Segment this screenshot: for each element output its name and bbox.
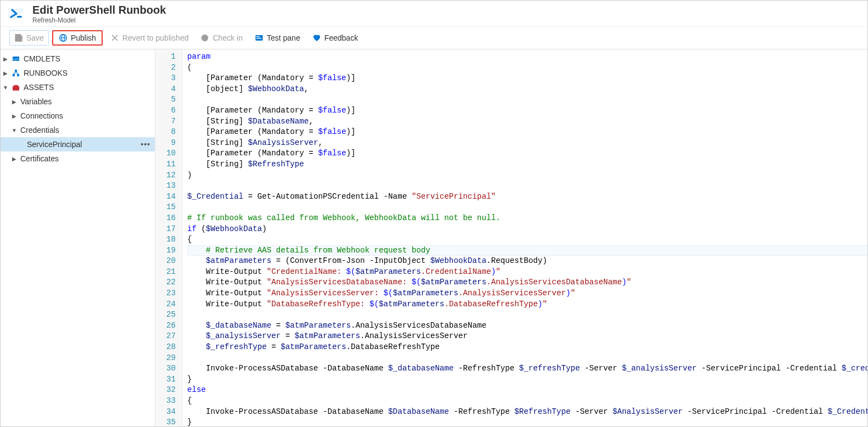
svg-rect-12: [256, 38, 261, 38]
code-line[interactable]: # Retrieve AAS details from Webhook requ…: [187, 245, 867, 256]
tree-node-cmdlets[interactable]: ▶ </> CMDLETS: [1, 52, 155, 66]
tree-node-serviceprincipal[interactable]: ServicePrincipal •••: [1, 137, 155, 151]
code-line[interactable]: ): [187, 170, 867, 181]
line-number: 5: [160, 94, 176, 105]
code-line[interactable]: {: [187, 396, 867, 407]
toolbar: Save Publish Revert to published Check i…: [1, 27, 867, 49]
line-number: 9: [160, 138, 176, 149]
code-line[interactable]: $_databaseName = $atmParameters.Analysis…: [187, 321, 867, 332]
code-line[interactable]: [String] $AnalysisServer,: [187, 138, 867, 149]
code-line[interactable]: [Parameter (Mandatory = $false)]: [187, 73, 867, 84]
code-line[interactable]: $atmParameters = (ConvertFrom-Json -Inpu…: [187, 256, 867, 267]
tree-label: Certificates: [20, 154, 59, 163]
testpane-label: Test pane: [267, 33, 300, 42]
code-line[interactable]: Invoke-ProcessASDatabase -DatabaseName $…: [187, 407, 867, 418]
code-line[interactable]: $_analysisServer = $atmParameters.Analys…: [187, 331, 867, 342]
tree-label: ServicePrincipal: [27, 140, 82, 149]
code-line[interactable]: }: [187, 374, 867, 385]
code-line[interactable]: [187, 181, 867, 192]
feedback-icon: [312, 33, 321, 42]
line-number: 24: [160, 299, 176, 310]
line-number: 23: [160, 288, 176, 299]
publish-icon: [59, 33, 68, 42]
checkin-label: Check in: [212, 33, 242, 42]
code-line[interactable]: {: [187, 234, 867, 245]
line-number: 35: [160, 417, 176, 426]
feedback-button[interactable]: Feedback: [308, 31, 362, 45]
header: Edit PowerShell Runbook Refresh-Model: [1, 1, 867, 27]
chevron-right-icon: ▶: [12, 113, 17, 119]
line-number: 1: [160, 52, 176, 63]
testpane-button[interactable]: Test pane: [250, 31, 305, 45]
tree-node-runbooks[interactable]: ▶ RUNBOOKS: [1, 66, 155, 80]
line-number: 17: [160, 224, 176, 235]
code-line[interactable]: [String] $RefreshType: [187, 159, 867, 170]
code-line[interactable]: $_Credential = Get-AutomationPSCredentia…: [187, 192, 867, 203]
chevron-down-icon: ▼: [12, 127, 17, 133]
tree-node-certificates[interactable]: ▶ Certificates: [1, 151, 155, 166]
line-number: 12: [160, 170, 176, 181]
powershell-icon: [7, 4, 27, 24]
code-line[interactable]: else: [187, 385, 867, 396]
svg-rect-0: [17, 16, 22, 18]
line-number: 15: [160, 202, 176, 213]
tree-label: Connections: [20, 111, 63, 120]
line-number: 19: [160, 245, 176, 256]
revert-label: Revert to published: [122, 33, 189, 42]
publish-button[interactable]: Publish: [52, 30, 103, 46]
line-number: 16: [160, 213, 176, 224]
save-icon: [14, 33, 23, 42]
tree-node-connections[interactable]: ▶ Connections: [1, 109, 155, 123]
code-editor[interactable]: 1234567891011121314151617181920212223242…: [155, 49, 867, 426]
svg-rect-16: [13, 74, 15, 76]
checkin-button[interactable]: Check in: [196, 31, 247, 45]
revert-button[interactable]: Revert to published: [106, 31, 193, 45]
code-line[interactable]: (: [187, 63, 867, 74]
tree-node-assets[interactable]: ▼ ASSETS: [1, 80, 155, 94]
code-line[interactable]: if ($WebhookData): [187, 224, 867, 235]
code-line[interactable]: # If runbook was called from Webhook, We…: [187, 213, 867, 224]
code-line[interactable]: Write-Output "AnalysisServicesServer: $(…: [187, 288, 867, 299]
chevron-right-icon: ▶: [3, 56, 8, 62]
code-line[interactable]: [Parameter (Mandatory = $false)]: [187, 105, 867, 116]
tree-label: RUNBOOKS: [24, 69, 68, 77]
code-line[interactable]: [object] $WebhookData,: [187, 84, 867, 95]
code-line[interactable]: [187, 202, 867, 213]
code-line[interactable]: }: [187, 417, 867, 426]
code-line[interactable]: [187, 310, 867, 321]
line-number: 31: [160, 374, 176, 385]
more-icon[interactable]: •••: [141, 140, 150, 149]
save-button[interactable]: Save: [9, 30, 49, 46]
tree-node-variables[interactable]: ▶ Variables: [1, 94, 155, 109]
line-number: 18: [160, 234, 176, 245]
code-line[interactable]: Invoke-ProcessASDatabase -DatabaseName $…: [187, 363, 867, 374]
line-number: 6: [160, 105, 176, 116]
code-line[interactable]: [Parameter (Mandatory = $false)]: [187, 148, 867, 159]
tree-node-credentials[interactable]: ▼ Credentials: [1, 123, 155, 137]
code-line[interactable]: Write-Output "AnalysisServicesDatabaseNa…: [187, 277, 867, 288]
svg-point-9: [204, 37, 206, 39]
line-number: 33: [160, 396, 176, 407]
page-subtitle: Refresh-Model: [32, 16, 166, 24]
line-number: 7: [160, 116, 176, 127]
publish-label: Publish: [71, 33, 96, 42]
cmdlets-icon: </>: [12, 55, 20, 63]
svg-rect-20: [13, 88, 19, 88]
line-gutter: 1234567891011121314151617181920212223242…: [155, 49, 183, 426]
code-line[interactable]: [String] $DatabaseName,: [187, 116, 867, 127]
code-line[interactable]: $_refreshType = $atmParameters.DatabaseR…: [187, 342, 867, 353]
code-content[interactable]: param( [Parameter (Mandatory = $false)] …: [183, 49, 867, 426]
code-line[interactable]: Write-Output "CredentialName: $($atmPara…: [187, 267, 867, 278]
line-number: 22: [160, 277, 176, 288]
code-line[interactable]: [187, 353, 867, 364]
code-line[interactable]: [187, 94, 867, 105]
line-number: 2: [160, 63, 176, 74]
line-number: 20: [160, 256, 176, 267]
line-number: 27: [160, 331, 176, 342]
sidebar-tree: ▶ </> CMDLETS ▶ RUNBOOKS ▼ ASSETS ▶ Vari…: [1, 49, 155, 426]
code-line[interactable]: [Parameter (Mandatory = $false)]: [187, 127, 867, 138]
code-line[interactable]: param: [187, 52, 867, 63]
code-line[interactable]: Write-Output "DatabaseRefreshType: $($at…: [187, 299, 867, 310]
save-label: Save: [26, 33, 44, 42]
line-number: 25: [160, 310, 176, 321]
